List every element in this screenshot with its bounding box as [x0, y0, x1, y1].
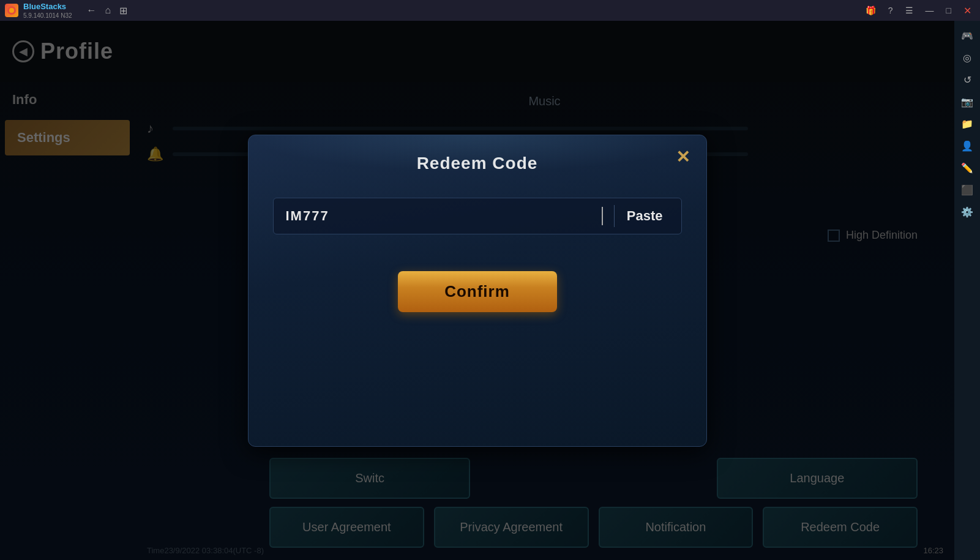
bookmark-nav-btn[interactable]: ⊞ [117, 4, 130, 18]
sidebar-icon-7[interactable]: ⬛ [957, 180, 977, 200]
title-bar-nav[interactable]: ← ⌂ ⊞ [84, 4, 130, 18]
close-btn[interactable]: ✕ [960, 4, 975, 18]
paste-button[interactable]: Paste [621, 204, 669, 228]
home-nav-btn[interactable]: ⌂ [103, 4, 114, 18]
window-controls: 🎁 ? ☰ — □ ✕ [862, 4, 975, 18]
svg-point-1 [9, 8, 14, 13]
app-logo [5, 4, 18, 17]
input-divider [614, 205, 615, 227]
back-nav-btn[interactable]: ← [84, 4, 99, 18]
sidebar-icon-1[interactable]: ◎ [957, 48, 977, 67]
help-icon[interactable]: ? [885, 4, 897, 17]
minimize-btn[interactable]: — [922, 4, 938, 17]
modal-title: Redeem Code [273, 154, 682, 173]
app-name: BlueStacks 5.9.140.1014 N32 [23, 2, 72, 20]
sidebar-icon-4[interactable]: 📁 [957, 114, 977, 133]
sidebar-icon-2[interactable]: ↺ [957, 70, 977, 89]
right-sidebar: 🎮 ◎ ↺ 📷 📁 👤 ✏️ ⬛ ⚙️ [954, 21, 980, 560]
modal-close-button[interactable]: ✕ [672, 146, 694, 168]
title-bar: BlueStacks 5.9.140.1014 N32 ← ⌂ ⊞ 🎁 ? ☰ … [0, 0, 980, 21]
modal-overlay: ✕ Redeem Code IM777 Paste Confirm [0, 21, 954, 560]
sidebar-icon-3[interactable]: 📷 [957, 92, 977, 111]
cursor-indicator [602, 207, 603, 225]
maximize-btn[interactable]: □ [943, 4, 955, 17]
gift-icon[interactable]: 🎁 [862, 4, 880, 17]
code-input-area[interactable]: IM777 Paste [273, 198, 682, 234]
code-input-value: IM777 [286, 208, 597, 224]
sidebar-icon-0[interactable]: 🎮 [957, 26, 977, 45]
sidebar-icon-5[interactable]: 👤 [957, 136, 977, 155]
sidebar-icon-6[interactable]: ✏️ [957, 158, 977, 177]
redeem-code-modal: ✕ Redeem Code IM777 Paste Confirm [248, 135, 707, 447]
confirm-button[interactable]: Confirm [398, 271, 557, 312]
sidebar-icon-8[interactable]: ⚙️ [957, 202, 977, 222]
menu-icon[interactable]: ☰ [902, 4, 917, 17]
